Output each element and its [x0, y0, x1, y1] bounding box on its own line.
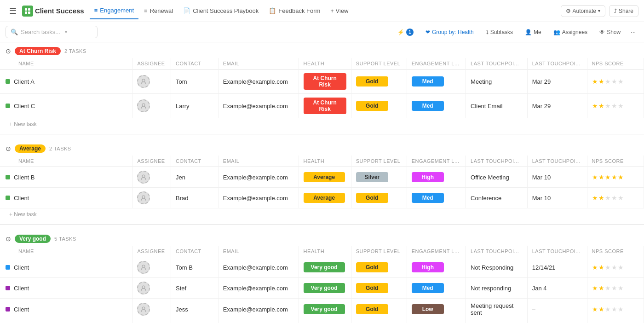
new-task-button-average[interactable]: + New task	[0, 208, 644, 222]
share-icon: ⤴	[614, 8, 617, 14]
table-row[interactable]: New Client Tom A Example@example.com Ver…	[0, 320, 644, 323]
avatar	[137, 261, 150, 274]
me-label: Me	[534, 29, 541, 35]
col-header-support: SUPPORT LEVEL	[351, 246, 407, 257]
group-by-button[interactable]: ❤ Group by: Health	[421, 27, 478, 38]
col-header-touchpoint1: LAST TOUCHPOI...	[466, 156, 528, 167]
engagement-badge: High	[412, 172, 444, 182]
col-header-contact: CONTACT	[171, 156, 218, 167]
health-cell: Average	[299, 167, 351, 188]
more-options-button[interactable]: ···	[628, 27, 638, 37]
health-badge: Very good	[304, 262, 345, 272]
share-button[interactable]: ⤴ Share	[609, 5, 638, 17]
search-icon: 🔍	[11, 29, 18, 35]
table-row[interactable]: Client C Larry Example@example.com At Ch…	[0, 94, 644, 118]
section-toggle-average[interactable]: ⊙	[6, 145, 11, 152]
star-full: ★	[598, 264, 604, 271]
col-header-nps: NPS SCORE	[587, 156, 644, 167]
star-full: ★	[592, 306, 598, 313]
assignees-icon: 👥	[553, 29, 560, 35]
star-full: ★	[598, 194, 604, 202]
support-cell: Silver	[351, 167, 407, 188]
star-full: ★	[592, 78, 598, 85]
task-name-cell: Client C	[0, 94, 132, 118]
support-badge: Gold	[356, 283, 388, 293]
section-badge-very_good: Very good	[15, 235, 51, 243]
group-by-label: Group by: Health	[432, 29, 474, 35]
new-task-button-churn_risk[interactable]: + New task	[0, 118, 644, 132]
col-header-touchpoint2: LAST TOUCHPOI...	[527, 156, 587, 167]
table-row[interactable]: Client B Jen Example@example.com Average…	[0, 167, 644, 188]
star-full: ★	[598, 284, 604, 292]
nps-cell: ★★★★★	[587, 69, 644, 94]
automate-chevron-icon: ▾	[598, 8, 600, 13]
table-row[interactable]: Client Brad Example@example.com Average …	[0, 188, 644, 208]
section-toggle-very_good[interactable]: ⊙	[6, 235, 11, 242]
subtasks-icon: ⤵	[486, 29, 489, 35]
star-empty: ★	[611, 102, 617, 110]
toolbar: 🔍 Search tasks... ▾ ⚡ 1 ❤ Group by: Heal…	[0, 22, 644, 42]
task-name: Client B	[14, 174, 35, 181]
col-header-engagement: ENGAGEMENT L...	[407, 156, 466, 167]
engagement-badge: Med	[412, 101, 444, 111]
assignees-button[interactable]: 👥 Assignees	[549, 27, 592, 38]
tab-add-view[interactable]: + View	[326, 3, 353, 19]
avatar	[137, 303, 150, 316]
search-box[interactable]: 🔍 Search tasks... ▾	[6, 26, 98, 38]
support-cell: Gold	[351, 69, 407, 94]
filter-button[interactable]: ⚡ 1	[393, 26, 418, 38]
col-header-assignee: ASSIGNEE	[132, 156, 171, 167]
col-header-engagement: ENGAGEMENT L...	[407, 246, 466, 257]
engagement-icon: ≡	[94, 7, 98, 14]
star-empty: ★	[618, 102, 624, 110]
support-cell: Gold	[351, 94, 407, 118]
task-name: Client	[14, 306, 29, 313]
engagement-cell: High	[407, 167, 466, 188]
email-cell: Example@example.com	[218, 299, 299, 320]
col-header-engagement: ENGAGEMENT L...	[407, 58, 466, 69]
nps-cell: ★★★★★	[587, 320, 644, 323]
avatar	[137, 99, 150, 112]
col-header-name: NAME	[0, 58, 132, 69]
contact-cell: Larry	[171, 94, 218, 118]
col-header-name: NAME	[0, 246, 132, 257]
subtasks-button[interactable]: ⤵ Subtasks	[481, 27, 518, 38]
me-icon: 👤	[525, 29, 532, 35]
assignee-cell	[132, 278, 171, 299]
nps-stars: ★★★★★	[592, 306, 639, 313]
nps-cell: ★★★★★	[587, 278, 644, 299]
health-badge: Average	[304, 193, 345, 203]
col-header-support: SUPPORT LEVEL	[351, 156, 407, 167]
table-very_good: NAME ASSIGNEE CONTACT EMAIL HEALTH SUPPO…	[0, 246, 644, 323]
tab-renewal[interactable]: ≡ Renewal	[139, 3, 178, 19]
section-very_good: ⊙ Very good 5 TASKS NAME ASSIGNEE CONTAC…	[0, 230, 644, 323]
section-divider	[0, 134, 644, 134]
sections-container: ⊙ At Churn Risk 2 TASKS NAME ASSIGNEE CO…	[0, 42, 644, 323]
tab-playbook[interactable]: 📄 Client Success Playbook	[178, 3, 263, 19]
tab-feedback[interactable]: 📋 Feedback Form	[264, 3, 325, 19]
table-row[interactable]: Client Tom B Example@example.com Very go…	[0, 257, 644, 278]
task-name: Client	[14, 285, 29, 292]
menu-icon[interactable]: ☰	[6, 4, 20, 18]
col-header-email: EMAIL	[218, 58, 299, 69]
tab-engagement[interactable]: ≡ Engagement	[90, 3, 138, 19]
table-row[interactable]: Client Stef Example@example.com Very goo…	[0, 278, 644, 299]
contact-cell: Jess	[171, 299, 218, 320]
star-empty: ★	[618, 194, 624, 202]
me-button[interactable]: 👤 Me	[520, 27, 546, 38]
engagement-cell: Med	[407, 69, 466, 94]
star-full: ★	[605, 173, 611, 181]
section-toggle-churn_risk[interactable]: ⊙	[6, 47, 11, 55]
health-badge: Average	[304, 172, 345, 182]
section-churn_risk: ⊙ At Churn Risk 2 TASKS NAME ASSIGNEE CO…	[0, 42, 644, 134]
engagement-cell: Low	[407, 320, 466, 323]
section-task-count-average: 2 TASKS	[49, 146, 71, 151]
show-button[interactable]: 👁 Show	[595, 27, 625, 38]
table-row[interactable]: Client Jess Example@example.com Very goo…	[0, 299, 644, 320]
table-row[interactable]: Client A Tom Example@example.com At Chur…	[0, 69, 644, 94]
touchpoint1-cell: Conference	[466, 188, 528, 208]
automate-button[interactable]: ⚙ Automate ▾	[561, 5, 605, 17]
tab-engagement-label: Engagement	[100, 7, 134, 14]
health-cell: At Churn Risk	[299, 69, 351, 94]
col-header-contact: CONTACT	[171, 246, 218, 257]
